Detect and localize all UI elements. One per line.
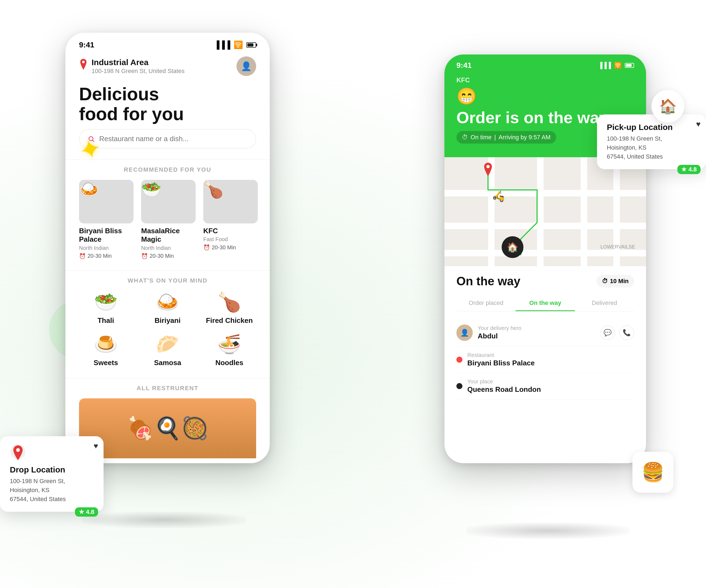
clock-icon: ⏰ — [141, 253, 148, 260]
category-label: Thali — [97, 316, 114, 325]
pickup-rating-value: 4.8 — [688, 166, 697, 173]
category-thali[interactable]: 🥗 Thali — [79, 291, 133, 325]
whats-on-mind-label: WHAT'S ON YOUR MIND — [66, 277, 270, 284]
float-home-icon: 🏠 — [652, 90, 684, 123]
wifi-icon: 🛜 — [234, 40, 243, 49]
delivery-hero-actions: 💬 📞 — [600, 325, 634, 340]
status-icons: ▐▐▐ 🛜 — [214, 40, 256, 49]
pickup-location-address: 100-198 N Green St,Hoisington, KS67544, … — [607, 134, 696, 161]
on-the-way-row: On the way ⏱ 10 Min — [457, 274, 634, 288]
heart-icon[interactable]: ♥ — [696, 120, 701, 129]
separator: | — [494, 134, 496, 141]
svg-point-6 — [16, 448, 20, 452]
destination-row: Your place Queens Road London — [457, 373, 634, 399]
restaurant-card-biryani[interactable]: 🍛 Biryani Bliss Palace North Indian ⏰ 20… — [79, 180, 133, 259]
category-noodles[interactable]: 🍜 Noodles — [202, 333, 256, 367]
chicken-emoji: 🍗 — [218, 291, 241, 313]
restaurant-list: 🍛 Biryani Bliss Palace North Indian ⏰ 20… — [66, 180, 270, 270]
home-pin: 🏠 — [502, 236, 523, 258]
delivery-hero-row: 👤 Your delivery hero Abdul 💬 📞 — [457, 319, 634, 347]
message-button[interactable]: 💬 — [600, 325, 615, 340]
shadow-decoration — [82, 512, 245, 528]
signal-icon: ▐▐▐ — [214, 41, 230, 49]
smiley-emoji: 😁 — [457, 87, 634, 106]
restaurant-info: Restaurant Biryani Bliss Palace — [457, 352, 535, 367]
samosa-emoji: 🥟 — [156, 333, 179, 355]
pickup-location-title: Pick-up Location — [607, 123, 696, 132]
drop-location-title: Drop Location — [10, 465, 94, 474]
location-address: 100-198 N Green St, United States — [91, 68, 185, 75]
thali-emoji: 🥗 — [94, 291, 118, 313]
all-restaurant-preview: 🍖🍳🥘 — [79, 398, 256, 458]
status-time: 9:41 — [79, 41, 94, 49]
delivery-hero-details: Your delivery hero Abdul — [478, 325, 521, 340]
category-samosa[interactable]: 🥟 Samosa — [141, 333, 195, 367]
restaurant-name: Biryani Bliss Palace — [79, 227, 133, 244]
category-label: Sweets — [94, 359, 118, 367]
phone-main: 9:41 ▐▐▐ 🛜 Industrial Area 100-198 N Gre… — [66, 33, 270, 463]
drop-pin-container — [10, 444, 26, 465]
restaurant-location-dot — [457, 357, 462, 363]
delivery-hero-name: Abdul — [478, 332, 521, 340]
location-bar: Industrial Area 100-198 N Green St, Unit… — [66, 52, 270, 81]
svg-point-0 — [82, 61, 85, 64]
category-label: Samosa — [154, 359, 181, 367]
clock-icon: ⏰ — [203, 244, 210, 251]
clock-icon: ⏱ — [602, 278, 608, 285]
divider-2 — [66, 270, 270, 271]
food-image-masala: 🥗 — [141, 180, 196, 224]
noodles-emoji: 🍜 — [218, 333, 241, 355]
heart-icon[interactable]: ♥ — [93, 442, 98, 450]
float-card-pickup: ♥ ★ 4.8 Pick-up Location 100-198 N Green… — [597, 114, 706, 169]
order-status-bar: 9:41 ▐▐▐ 🛜 — [444, 54, 646, 74]
progress-tabs: Order placed On the way Delivered — [457, 296, 634, 311]
category-label: Fired Chicken — [206, 316, 253, 325]
time-badge-value: 10 Min — [610, 278, 629, 285]
category-label: Noodles — [215, 359, 243, 367]
float-card-drop: ♥ ★ 4.8 Drop Location 100-198 N Green St… — [0, 436, 104, 512]
on-time-badge: ⏱ On time | Arriving by 9:57 AM — [457, 131, 556, 144]
drop-rating-value: 4.8 — [86, 508, 94, 515]
tab-on-the-way[interactable]: On the way — [515, 296, 575, 311]
delivery-hero-avatar: 👤 — [457, 324, 473, 341]
time-badge: ⏱ 10 Min — [596, 275, 634, 287]
sweets-emoji: 🍮 — [94, 333, 118, 355]
delivery-hero-info: 👤 Your delivery hero Abdul — [457, 324, 521, 341]
location-info: Industrial Area 100-198 N Green St, Unit… — [79, 58, 185, 75]
call-button[interactable]: 📞 — [619, 325, 634, 340]
search-bar[interactable] — [79, 129, 256, 149]
destination-location-dot — [457, 383, 462, 389]
clock-icon: ⏱ — [462, 134, 468, 141]
search-input[interactable] — [99, 134, 247, 143]
food-image-biryani: 🍛 — [79, 180, 133, 224]
order-status-icons: ▐▐▐ 🛜 — [598, 62, 634, 69]
pickup-rating-badge: ★ 4.8 — [677, 165, 701, 174]
route-svg — [444, 157, 646, 266]
float-food-icon: 🍔 — [632, 452, 673, 493]
restaurant-name: MasalaRice Magic — [141, 227, 196, 244]
restaurant-row: Restaurant Biryani Bliss Palace — [457, 347, 634, 373]
tab-order-placed[interactable]: Order placed — [457, 296, 515, 311]
tracking-title: On the way — [457, 274, 520, 288]
on-time-text: On time — [471, 134, 492, 141]
user-avatar[interactable]: 👤 — [237, 56, 256, 76]
kfc-label: KFC — [457, 76, 634, 84]
destination-name: Queens Road London — [467, 385, 541, 394]
location-text: Industrial Area 100-198 N Green St, Unit… — [91, 58, 185, 75]
restaurant-card-masala[interactable]: 🥗 MasalaRice Magic North Indian ⏰ 20-30 … — [141, 180, 196, 259]
star-icon: ★ — [681, 166, 687, 173]
tab-delivered[interactable]: Delivered — [575, 296, 634, 311]
restaurant-card-kfc[interactable]: 🍗 KFC Fast Food ⏰ 20-30 Min — [203, 180, 258, 259]
biriyani-emoji: 🍛 — [156, 291, 179, 313]
restaurant-time: ⏰ 20-30 Min — [203, 244, 258, 251]
food-image-kfc: 🍗 — [203, 180, 258, 224]
shadow-decoration-2 — [466, 522, 630, 539]
category-sweets[interactable]: 🍮 Sweets — [79, 333, 133, 367]
category-biriyani[interactable]: 🍛 Biriyani — [141, 291, 195, 325]
category-fired-chicken[interactable]: 🍗 Fired Chicken — [202, 291, 256, 325]
svg-point-4 — [486, 165, 489, 168]
destination-details: Your place Queens Road London — [467, 379, 541, 394]
restaurant-label: Restaurant — [467, 352, 535, 358]
restaurant-details: Restaurant Biryani Bliss Palace — [467, 352, 535, 367]
tracking-bottom: On the way ⏱ 10 Min Order placed On the … — [444, 266, 646, 407]
